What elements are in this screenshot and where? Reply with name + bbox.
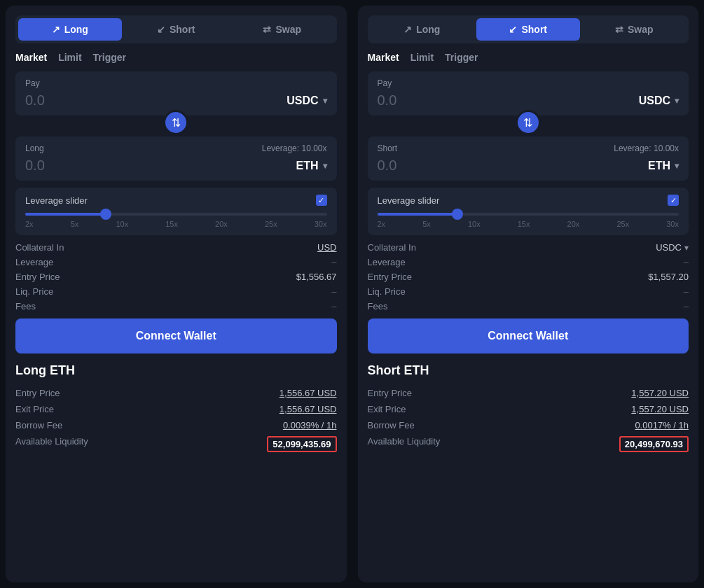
left-slider-track[interactable] [25,213,327,216]
order-market-left[interactable]: Market [15,50,47,64]
left-slider-labels: 2x 5x 10x 15x 20x 25x 30x [25,220,327,228]
right-bottom-exit: Exit Price 1,557.20 USD [368,404,689,414]
right-connect-wallet-button[interactable]: Connect Wallet [368,318,689,354]
left-bottom-liquidity: Available Liquidity 52,099,435.69 [15,436,337,452]
tab-swap-label-right: Swap [628,24,654,35]
right-bottom-entry: Entry Price 1,557.20 USD [368,388,689,398]
left-swap-direction-btn[interactable]: ⇅ [163,110,188,135]
left-bottom-entry: Entry Price 1,556.67 USD [15,388,337,398]
order-market-right[interactable]: Market [368,50,399,64]
right-slider-fill [378,213,458,216]
left-pay-section: Pay 0.0 USDC ▾ [15,71,337,115]
right-leverage-label: Leverage: 10.00x [614,144,679,153]
left-pay-token-label: USDC [287,94,318,107]
left-bottom-title: Long ETH [15,363,337,378]
right-slider-thumb[interactable] [452,209,463,220]
tab-long-label-left: Long [64,24,88,35]
left-slider-thumb[interactable] [100,209,111,220]
long-icon-left: ↗ [52,24,60,35]
right-pay-label: Pay [378,78,679,88]
left-direction-value[interactable]: 0.0 [25,158,45,174]
right-slider-track[interactable] [378,213,679,216]
tab-swap-label-left: Swap [275,24,301,35]
right-direction-value[interactable]: 0.0 [378,158,397,174]
order-limit-left[interactable]: Limit [58,50,81,64]
right-direction-chevron: ▾ [675,161,679,171]
right-leverage-checkbox[interactable]: ✓ [668,195,679,206]
left-slider-fill [25,213,106,216]
right-swap-direction-btn[interactable]: ⇅ [516,110,541,135]
tab-short-label-left: Short [170,24,195,35]
right-stat-liq: Liq. Price – [368,286,689,297]
right-pay-token-label: USDC [639,94,670,107]
left-direction-label: Long [25,144,44,153]
left-bottom-exit: Exit Price 1,556.67 USD [15,404,337,414]
right-tab-row: ↗ Long ↙ Short ⇄ Swap [368,15,689,43]
order-trigger-left[interactable]: Trigger [93,50,126,64]
tab-swap-left[interactable]: ⇄ Swap [230,18,334,41]
order-trigger-right[interactable]: Trigger [445,50,478,64]
right-direction-label: Short [378,144,398,153]
right-slider-labels: 2x 5x 10x 15x 20x 25x 30x [378,220,679,228]
left-tab-row: ↗ Long ↙ Short ⇄ Swap [15,15,337,43]
left-pay-value[interactable]: 0.0 [25,92,45,108]
right-direction-section: Short Leverage: 10.00x 0.0 ETH ▾ [368,136,689,181]
right-direction-token-select[interactable]: ETH ▾ [648,160,679,172]
left-pay-chevron: ▾ [323,96,327,106]
left-stat-fees: Fees – [15,301,337,312]
right-stat-collateral: Collateral In USDC ▾ [368,242,689,253]
right-pay-section: Pay 0.0 USDC ▾ [368,71,689,115]
left-direction-chevron: ▾ [323,161,327,171]
right-trading-panel: ↗ Long ↙ Short ⇄ Swap Market Limit Trigg… [358,6,699,582]
right-bottom-borrow: Borrow Fee 0.0017% / 1h [368,420,689,430]
left-stat-collateral: Collateral In USD [15,242,337,253]
left-bottom-borrow: Borrow Fee 0.0039% / 1h [15,420,337,430]
right-pay-value[interactable]: 0.0 [378,92,397,108]
left-stat-leverage: Leverage – [15,257,337,267]
left-connect-wallet-button[interactable]: Connect Wallet [15,318,337,354]
left-trading-panel: ↗ Long ↙ Short ⇄ Swap Market Limit Trigg… [6,6,347,582]
tab-short-label-right: Short [521,24,547,35]
short-icon-left: ↙ [157,24,165,35]
right-bottom-title: Short ETH [368,363,689,378]
left-liquidity-value: 52,099,435.69 [267,436,336,452]
right-stats-section: Collateral In USDC ▾ Leverage – Entry Pr… [368,242,689,312]
right-order-type-row: Market Limit Trigger [368,50,689,64]
right-stat-fees: Fees – [368,301,689,312]
left-direction-token-label: ETH [296,160,319,172]
left-stat-entry: Entry Price $1,556.67 [15,272,337,282]
tab-long-right[interactable]: ↗ Long [371,18,474,41]
left-direction-token-select[interactable]: ETH ▾ [296,160,327,172]
left-stats-section: Collateral In USD Leverage – Entry Price… [15,242,337,312]
left-leverage-title: Leverage slider [25,195,88,206]
left-leverage-section: Leverage slider ✓ 2x 5x 10x 15x 20x 25x … [15,188,337,235]
right-collateral-select[interactable]: USDC ▾ [656,242,689,253]
left-bottom-section: Long ETH Entry Price 1,556.67 USD Exit P… [15,363,337,458]
swap-icon-right: ⇄ [615,24,623,35]
left-pay-token-select[interactable]: USDC ▾ [287,94,326,107]
tab-long-left[interactable]: ↗ Long [18,18,122,41]
right-pay-token-select[interactable]: USDC ▾ [639,94,679,107]
left-pay-label: Pay [25,78,327,88]
tab-short-left[interactable]: ↙ Short [125,18,228,41]
left-leverage-checkbox[interactable]: ✓ [316,195,327,206]
right-stat-leverage: Leverage – [368,257,689,267]
left-leverage-label: Leverage: 10.00x [262,144,327,153]
left-direction-section: Long Leverage: 10.00x 0.0 ETH ▾ [15,136,337,181]
long-icon-right: ↗ [403,24,412,35]
right-direction-token-label: ETH [648,160,670,172]
right-bottom-section: Short ETH Entry Price 1,557.20 USD Exit … [368,363,689,458]
left-stat-liq: Liq. Price – [15,286,337,297]
short-icon-right: ↙ [509,24,517,35]
swap-icon-left: ⇄ [263,24,271,35]
right-leverage-section: Leverage slider ✓ 2x 5x 10x 15x 20x 25x … [368,188,689,235]
left-order-type-row: Market Limit Trigger [15,50,337,64]
right-leverage-title: Leverage slider [378,195,440,206]
tab-short-right[interactable]: ↙ Short [476,18,580,41]
right-stat-entry: Entry Price $1,557.20 [368,272,689,282]
tab-long-label-right: Long [416,24,440,35]
tab-swap-right[interactable]: ⇄ Swap [583,18,686,41]
order-limit-right[interactable]: Limit [410,50,434,64]
right-liquidity-value: 20,499,670.93 [619,436,689,452]
right-pay-chevron: ▾ [675,96,679,106]
